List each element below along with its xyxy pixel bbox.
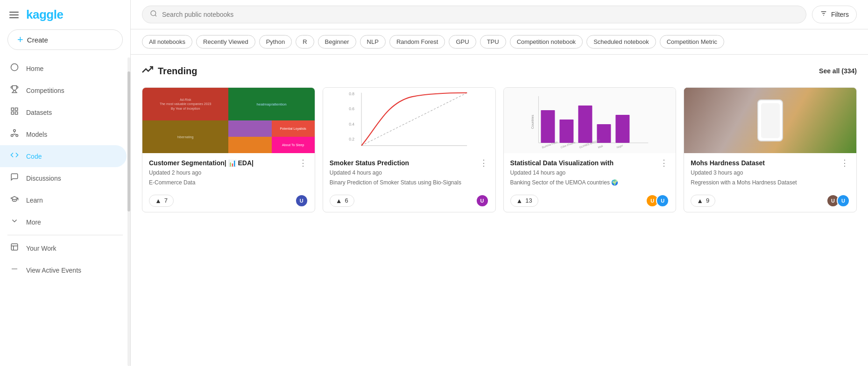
see-all-link[interactable]: See all (334) — [819, 67, 857, 75]
content-area: Trending See all (334) Ad-RiskThe most v… — [131, 55, 868, 366]
card4-vote-count: 9 — [706, 197, 709, 204]
code-icon — [9, 151, 20, 162]
card2-footer: ▲ 6 U — [323, 190, 495, 212]
card2-menu-button[interactable]: ⋮ — [479, 159, 489, 167]
sidebar-item-view-active-events[interactable]: View Active Events — [0, 259, 127, 281]
sidebar-item-code[interactable]: Code — [0, 145, 127, 167]
main-content: Filters All notebooks Recently Viewed Py… — [131, 0, 868, 366]
sidebar-item-your-work-label: Your Work — [26, 245, 56, 252]
sidebar-item-competitions[interactable]: Competitions — [0, 79, 127, 101]
competitions-icon — [9, 85, 20, 96]
sidebar-item-more[interactable]: More — [0, 211, 127, 233]
create-button[interactable]: + Create — [7, 29, 123, 50]
card1-menu-button[interactable]: ⋮ — [298, 159, 308, 167]
scroll-thumb[interactable] — [127, 71, 130, 211]
chip-tpu[interactable]: TPU — [480, 35, 506, 49]
card1-vote-button[interactable]: ▲ 7 — [149, 195, 174, 207]
home-icon — [9, 63, 20, 74]
upvote-arrow-icon-3: ▲ — [516, 197, 523, 204]
section-title: Trending — [158, 66, 197, 77]
svg-rect-28 — [578, 106, 592, 143]
svg-text:0.2: 0.2 — [349, 137, 354, 141]
card4-menu-button[interactable]: ⋮ — [840, 159, 850, 167]
chip-nlp[interactable]: NLP — [360, 35, 386, 49]
filters-button[interactable]: Filters — [812, 6, 857, 23]
your-work-icon — [9, 243, 20, 253]
chip-recently-viewed[interactable]: Recently Viewed — [196, 35, 255, 49]
card2-subtitle: Binary Prediction of Smoker Status using… — [330, 179, 489, 187]
sidebar-item-datasets[interactable]: Datasets — [0, 101, 127, 123]
chip-beginner[interactable]: Beginner — [318, 35, 356, 49]
card4-vote-button[interactable]: ▲ 9 — [691, 195, 715, 207]
learn-icon — [9, 195, 20, 205]
card2-thumbnail: 0.8 0.6 0.4 0.2 — [323, 88, 495, 153]
card2-vote-button[interactable]: ▲ 6 — [330, 195, 354, 207]
chip-random-forest[interactable]: Random Forest — [389, 35, 445, 49]
card2-avatar: U — [476, 194, 489, 207]
sidebar-item-your-work[interactable]: Your Work — [0, 237, 127, 259]
svg-text:Countries: Countries — [531, 115, 534, 129]
card-customer-segmentation: Ad-RiskThe most valuable companies 2023B… — [142, 87, 315, 212]
card3-menu-button[interactable]: ⋮ — [659, 159, 669, 167]
card4-thumbnail — [684, 88, 856, 153]
card1-vote-count: 7 — [164, 197, 168, 204]
card3-avatar-2: U — [656, 194, 669, 207]
card1-body: Customer Segmentation| 📊 EDA| ⋮ Updated … — [142, 153, 315, 190]
plus-icon: + — [17, 35, 23, 45]
card1-updated: Updated 2 hours ago — [149, 169, 308, 177]
upvote-arrow-icon: ▲ — [155, 197, 162, 204]
datasets-icon — [9, 107, 20, 118]
search-input[interactable] — [162, 11, 798, 18]
svg-text:0.4: 0.4 — [349, 122, 354, 127]
svg-text:0.8: 0.8 — [349, 92, 354, 96]
scroll-track[interactable] — [127, 57, 130, 366]
card3-vote-count: 13 — [525, 197, 532, 204]
chip-competition-metric[interactable]: Competition Metric — [660, 35, 724, 49]
sidebar-item-home[interactable]: Home — [0, 57, 127, 79]
card3-title: Statistical Data Visualization with — [510, 159, 614, 167]
svg-rect-30 — [615, 115, 629, 143]
card3-body: Statistical Data Visualization with ⋮ Up… — [504, 153, 676, 190]
card3-vote-button[interactable]: ▲ 13 — [510, 195, 538, 207]
svg-rect-1 — [11, 108, 14, 110]
discussions-icon — [9, 173, 20, 183]
svg-rect-2 — [15, 108, 18, 110]
chip-competition-notebook[interactable]: Competition notebook — [510, 35, 583, 49]
create-label: Create — [27, 36, 48, 44]
card2-updated: Updated 4 hours ago — [330, 169, 489, 177]
chip-all-notebooks[interactable]: All notebooks — [142, 35, 192, 49]
upvote-arrow-icon-2: ▲ — [336, 197, 342, 204]
card4-body: Mohs Hardness Dataset ⋮ Updated 3 hours … — [684, 153, 856, 190]
sidebar-item-datasets-label: Datasets — [26, 109, 52, 116]
card2-title: Smoker Status Prediction — [330, 159, 409, 167]
sidebar-item-models-label: Models — [26, 131, 47, 138]
card4-title-row: Mohs Hardness Dataset ⋮ — [691, 159, 850, 167]
sidebar-item-discussions[interactable]: Discussions — [0, 167, 127, 189]
section-header: Trending See all (334) — [142, 64, 857, 78]
card2-body: Smoker Status Prediction ⋮ Updated 4 hou… — [323, 153, 495, 190]
upvote-arrow-icon-4: ▲ — [697, 197, 703, 204]
chip-r[interactable]: R — [296, 35, 314, 49]
card4-updated: Updated 3 hours ago — [691, 169, 850, 177]
card3-title-row: Statistical Data Visualization with ⋮ — [510, 159, 670, 167]
menu-icon[interactable] — [7, 10, 21, 20]
sidebar-item-models[interactable]: Models — [0, 123, 127, 145]
card1-avatars: U — [295, 194, 308, 207]
chip-python[interactable]: Python — [259, 35, 292, 49]
card4-footer: ▲ 9 U U — [684, 190, 856, 212]
svg-point-10 — [151, 11, 156, 16]
card3-avatars: U U — [646, 194, 669, 207]
chip-scheduled-notebook[interactable]: Scheduled notebook — [586, 35, 656, 49]
card2-title-row: Smoker Status Prediction ⋮ — [330, 159, 489, 167]
svg-line-11 — [155, 15, 156, 16]
chip-gpu[interactable]: GPU — [449, 35, 476, 49]
card2-avatars: U — [476, 194, 489, 207]
section-title-group: Trending — [142, 64, 197, 78]
card-statistical-data: Burkina Faso Côte d'Ivoire GUINEE-BISSAU… — [503, 87, 677, 212]
sidebar-item-learn[interactable]: Learn — [0, 189, 127, 211]
card2-vote-count: 6 — [345, 197, 348, 204]
card3-updated: Updated 14 hours ago — [510, 169, 670, 177]
svg-text:0.6: 0.6 — [349, 106, 354, 111]
card1-subtitle: E-Commerce Data — [149, 179, 308, 187]
card1-title-row: Customer Segmentation| 📊 EDA| ⋮ — [149, 159, 308, 167]
